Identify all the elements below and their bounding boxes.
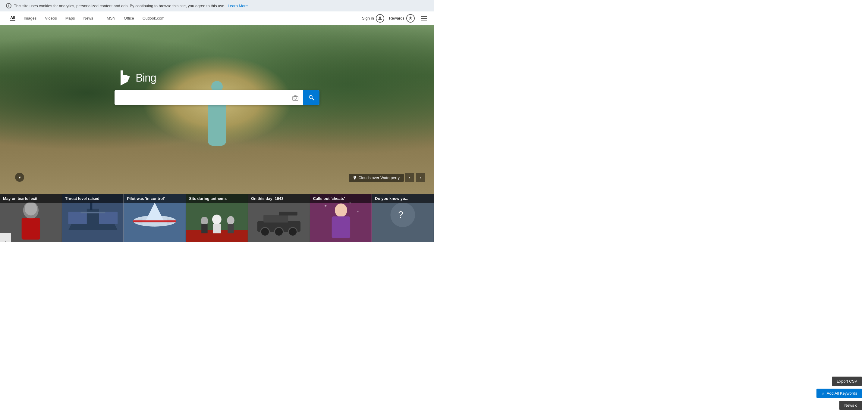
nav-images[interactable]: Images (20, 12, 41, 24)
learn-more-link[interactable]: Learn More (228, 4, 248, 8)
svg-text:?: ? (398, 209, 403, 220)
svg-point-9 (25, 202, 37, 215)
nav-office[interactable]: Office (120, 12, 138, 24)
news-card-title-threat-level: Threat level raised (62, 194, 124, 203)
hamburger-line-1 (421, 16, 427, 17)
rewards-button[interactable]: Rewards (389, 14, 415, 23)
bing-b-icon (118, 70, 133, 85)
nav-videos[interactable]: Videos (41, 12, 61, 24)
location-badge: Clouds over Waterperry (349, 174, 404, 182)
search-box (115, 90, 319, 105)
svg-rect-15 (81, 212, 105, 213)
svg-rect-13 (87, 209, 99, 224)
sign-in-label: Sign in (362, 16, 374, 21)
nav-all[interactable]: All (6, 12, 20, 25)
news-card-title-may-exit: May on tearful exit (0, 194, 62, 203)
user-avatar-icon (376, 14, 384, 23)
rewards-icon (406, 14, 415, 23)
rewards-label: Rewards (389, 16, 404, 21)
svg-rect-21 (133, 220, 176, 222)
svg-rect-25 (201, 224, 207, 233)
svg-rect-8 (22, 218, 40, 240)
location-text: Clouds over Waterperry (358, 175, 400, 180)
svg-point-40 (324, 205, 327, 207)
news-card-title-pilot: Pilot was 'in control' (124, 194, 186, 203)
search-input[interactable] (115, 90, 288, 105)
news-card-title-do-you-know: Do you know yo... (372, 194, 434, 203)
cookie-banner: i This site uses cookies for analytics, … (0, 0, 434, 11)
nav-right: Sign in Rewards (362, 14, 428, 23)
chevron-down-button[interactable]: ▾ (15, 173, 24, 182)
sign-in-button[interactable]: Sign in (362, 14, 384, 23)
bing-logo: Bing (118, 70, 156, 85)
svg-point-35 (275, 228, 283, 236)
nav-news[interactable]: News (79, 12, 98, 24)
news-prev-arrow[interactable]: ‹ (0, 233, 11, 242)
hamburger-line-2 (421, 18, 427, 19)
news-card-anthems[interactable]: Sits during anthems (186, 194, 248, 242)
svg-point-34 (261, 228, 270, 236)
svg-point-0 (379, 16, 381, 19)
info-icon: i (6, 3, 11, 8)
svg-rect-29 (227, 224, 234, 233)
menu-button[interactable] (420, 15, 428, 22)
svg-rect-39 (332, 216, 350, 238)
nav-maps[interactable]: Maps (61, 12, 79, 24)
svg-point-41 (357, 211, 358, 212)
news-strip: May on tearful exit Threat level raised (0, 194, 434, 242)
nav-outlook[interactable]: Outlook.com (138, 12, 169, 24)
svg-point-38 (335, 204, 347, 217)
svg-rect-32 (264, 215, 288, 223)
svg-rect-14 (90, 203, 92, 210)
svg-point-28 (227, 216, 235, 225)
bing-text: Bing (135, 72, 156, 84)
navbar: All Images Videos Maps News MSN Office O… (0, 11, 434, 25)
news-card-title-1943: On this day: 1943 (248, 194, 310, 203)
hero-next-arrow[interactable]: › (416, 173, 425, 182)
camera-search-button[interactable] (288, 90, 303, 105)
news-card-title-cheats: Calls out 'cheats' (310, 194, 372, 203)
news-card-title-anthems: Sits during anthems (186, 194, 248, 203)
svg-line-5 (312, 98, 314, 100)
nav-msn[interactable]: MSN (102, 12, 120, 24)
news-card-cheats[interactable]: Calls out 'cheats' (310, 194, 372, 242)
svg-rect-3 (293, 96, 298, 101)
hero-nav-arrows: ‹ › (405, 173, 425, 182)
search-button[interactable] (303, 90, 319, 105)
news-card-1943[interactable]: On this day: 1943 (248, 194, 310, 242)
nav-links: All Images Videos Maps News MSN Office O… (6, 12, 169, 25)
news-card-threat-level[interactable]: Threat level raised (62, 194, 124, 242)
svg-point-24 (201, 217, 208, 226)
hamburger-line-3 (421, 20, 427, 21)
news-card-pilot[interactable]: Pilot was 'in control' (124, 194, 186, 242)
hero-section: Bing ▾ Clouds over Wat (0, 25, 434, 194)
cookie-text: This site uses cookies for analytics, pe… (14, 4, 225, 8)
nav-divider (100, 15, 100, 21)
svg-point-36 (288, 228, 297, 236)
search-container: Bing (115, 70, 319, 105)
svg-rect-27 (213, 224, 221, 233)
news-strip-container: ‹ May on tearful exit Threat level raise… (0, 194, 434, 242)
news-card-do-you-know[interactable]: Do you know yo... ? (372, 194, 434, 242)
hero-prev-arrow[interactable]: ‹ (405, 173, 414, 182)
svg-point-26 (212, 215, 221, 225)
svg-marker-12 (68, 224, 118, 230)
svg-rect-33 (279, 212, 297, 215)
